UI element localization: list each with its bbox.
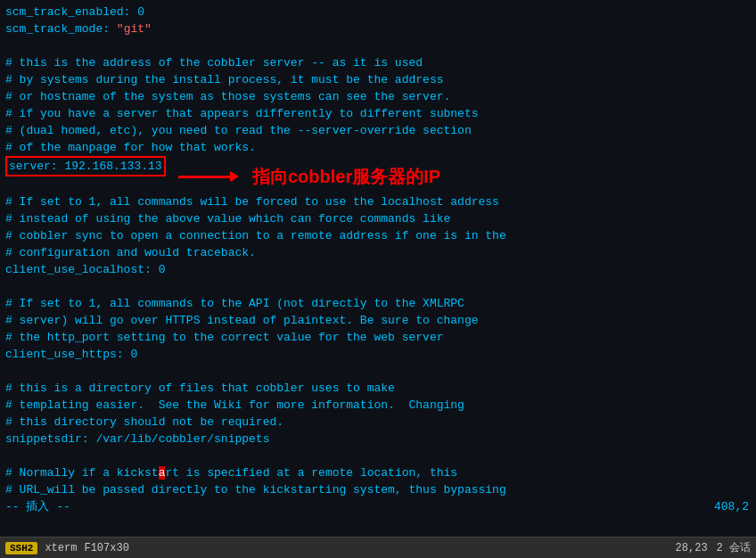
annotation-overlay: 指向cobbler服务器的IP <box>178 165 440 189</box>
line-comment-17: # Normally if a kickstart is specified a… <box>5 464 751 481</box>
line-blank-3 <box>5 278 751 295</box>
line-blank-5 <box>5 447 751 464</box>
terminal-content: scm_track_enabled: 0 scm_track_mode: "gi… <box>0 0 756 537</box>
line-comment-5: # (dual homed, etc), you need to read th… <box>5 122 751 139</box>
status-bar: SSH2 xterm F107x30 28,23 2 会话 <box>0 537 756 558</box>
server-value-box: server: 192.168.133.13 <box>5 156 166 176</box>
line-comment-2: # by systems during the install process,… <box>5 71 751 88</box>
line-comment-13: # the http_port setting to the correct v… <box>5 329 751 346</box>
line-client-use-localhost: client_use_localhost: 0 <box>5 261 751 278</box>
line-comment-4: # if you have a server that appears diff… <box>5 105 751 122</box>
terminal-size: F107x30 <box>84 542 128 554</box>
line-client-use-https: client_use_https: 0 <box>5 346 751 363</box>
line-comment-11: # If set to 1, all commands to the API (… <box>5 295 751 312</box>
line-snippetsdir: snippetsdir: /var/lib/cobbler/snippets <box>5 431 751 447</box>
line-comment-15: # templating easier. See the Wiki for mo… <box>5 397 751 414</box>
line-comment-9: # cobbler sync to open a connection to a… <box>5 227 751 244</box>
line-comment-1: # this is the address of the cobbler ser… <box>5 54 751 71</box>
line-scm-track-enabled: scm_track_enabled: 0 <box>5 4 751 21</box>
line-scm-track-mode: scm_track_mode: "git" <box>5 21 751 37</box>
insert-mode-line: -- 插入 --408,2 <box>5 498 751 515</box>
xterm-label: xterm <box>45 542 77 554</box>
line-comment-8: # instead of using the above value which… <box>5 210 751 227</box>
line-comment-6: # of the manpage for how that works. <box>5 139 751 156</box>
line-comment-3: # or hostname of the system as those sys… <box>5 88 751 105</box>
line-comment-14: # this is a directory of files that cobb… <box>5 380 751 397</box>
line-blank-4 <box>5 363 751 380</box>
sessions-count: 2 会话 <box>717 540 751 555</box>
line-comment-10: # configuration and would traceback. <box>5 244 751 261</box>
status-right: 28,23 2 会话 <box>676 540 751 555</box>
arrow-line <box>178 176 232 178</box>
ssh-badge: SSH2 <box>5 542 37 554</box>
line-comment-16: # this directory should not be required. <box>5 414 751 431</box>
annotation-text: 指向cobbler服务器的IP <box>252 165 440 189</box>
cursor-position: 28,23 <box>676 542 708 554</box>
line-comment-18: # URL_will be passed directly to the kic… <box>5 481 751 498</box>
line-blank-1 <box>5 37 751 54</box>
status-left: SSH2 xterm F107x30 <box>5 542 129 554</box>
arrow-shaft <box>178 176 232 178</box>
line-comment-12: # server) will go over HTTPS instead of … <box>5 312 751 329</box>
line-comment-7: # If set to 1, all commands will be forc… <box>5 193 751 210</box>
